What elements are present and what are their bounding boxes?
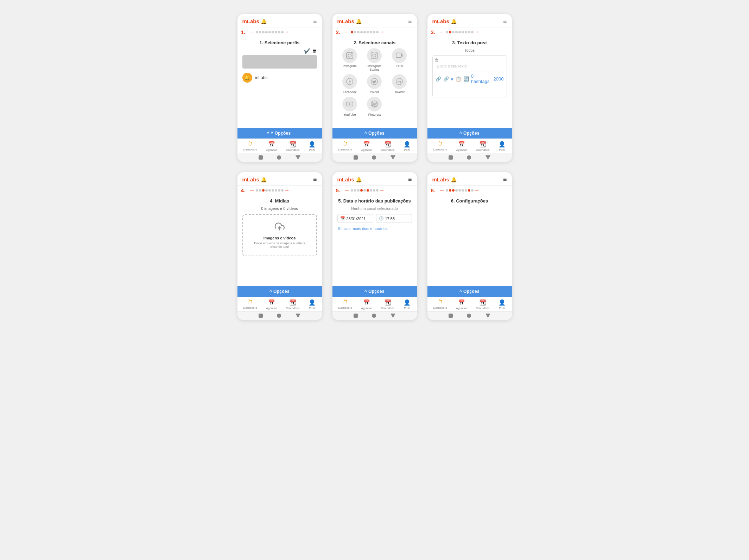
next-arrow-2[interactable]: →: [379, 29, 385, 35]
post-text-area[interactable]: 🗑 Digite o seu texto 🔗 🔗 # 📋 🔄 0 hashtag…: [432, 55, 507, 97]
nav-perfil-5[interactable]: 👤 Perfil: [404, 299, 411, 310]
square-btn-4[interactable]: [259, 314, 263, 318]
dot-2-4: [363, 31, 366, 33]
back-arrow-3[interactable]: ←: [439, 29, 445, 35]
add-more-dates[interactable]: ⊕ Incluir mais dias e horários: [337, 226, 412, 231]
channel-instagram[interactable]: Instagram: [339, 48, 361, 71]
nav-agendar-4[interactable]: 📅 Agendar: [266, 299, 277, 310]
svg-point-4: [373, 54, 376, 57]
nav-agendar-5[interactable]: 📅 Agendar: [361, 299, 372, 310]
circle-btn-2[interactable]: [372, 155, 376, 160]
back-arrow-4[interactable]: ←: [249, 187, 255, 193]
back-arrow-1[interactable]: ←: [249, 29, 255, 35]
back-btn-6[interactable]: [485, 314, 490, 318]
media-stats: 0 imagens e 0 vídeos: [242, 206, 317, 211]
instagram-stories-icon: [367, 48, 382, 63]
square-btn-1[interactable]: [259, 155, 263, 160]
options-bar-3[interactable]: ^ Opções: [427, 128, 512, 139]
options-bar-5[interactable]: ^ Opções: [332, 286, 417, 297]
menu-icon-2[interactable]: ≡: [408, 18, 412, 25]
channel-linkedin[interactable]: LinkedIn: [388, 74, 411, 94]
chain-icon[interactable]: 🔗: [443, 76, 449, 82]
back-btn-1[interactable]: [296, 155, 300, 160]
menu-icon-4[interactable]: ≡: [313, 176, 317, 183]
back-btn-5[interactable]: [391, 314, 395, 318]
nav-dashboard-4[interactable]: ⏱ Dashboard: [243, 299, 257, 310]
next-arrow-6[interactable]: →: [474, 187, 480, 193]
nav-agendar-2[interactable]: 📅 Agendar: [361, 141, 372, 152]
back-btn-3[interactable]: [485, 155, 490, 160]
profile-item-1[interactable]: 🔔 mLabs: [242, 71, 317, 84]
options-bar-6[interactable]: ^ Opções: [427, 286, 512, 297]
back-arrow-5[interactable]: ←: [344, 187, 350, 193]
nav-calendario-2[interactable]: 📆 Calendário: [381, 141, 395, 152]
menu-icon-3[interactable]: ≡: [503, 18, 507, 25]
nav-agendar-3[interactable]: 📅 Agendar: [456, 141, 467, 152]
bottom-nav-5: ⏱ Dashboard 📅 Agendar 📆 Calendário 👤 Per…: [332, 297, 417, 311]
square-btn-5[interactable]: [354, 314, 358, 318]
menu-icon-1[interactable]: ≡: [313, 18, 317, 25]
nav-dashboard-1[interactable]: ⏱ Dashboard: [243, 141, 257, 152]
square-btn-3[interactable]: [449, 155, 453, 160]
channel-youtube[interactable]: YouTube: [339, 97, 361, 116]
channel-pinterest[interactable]: Pinterest: [363, 97, 386, 116]
trash-icon-text[interactable]: 🗑: [435, 58, 439, 63]
upload-zone[interactable]: Imagens e vídeos Envie arquivos de image…: [242, 214, 317, 256]
next-arrow-3[interactable]: →: [474, 29, 480, 35]
square-btn-2[interactable]: [354, 155, 358, 160]
back-btn-2[interactable]: [391, 155, 395, 160]
nav-dashboard-5[interactable]: ⏱ Dashboard: [338, 299, 352, 310]
nav-calendario-6[interactable]: 📆 Calendário: [476, 299, 490, 310]
options-bar-1[interactable]: ^^ Opções: [237, 128, 322, 139]
nav-calendario-4[interactable]: 📆 Calendário: [286, 299, 300, 310]
nav-dashboard-6[interactable]: ⏱ Dashboard: [433, 299, 447, 310]
back-arrow-6[interactable]: ←: [439, 187, 445, 193]
link-icon[interactable]: 🔗: [436, 76, 441, 82]
nav-perfil-4[interactable]: 👤 Perfil: [309, 299, 316, 310]
profile-avatar-1: 🔔: [242, 73, 252, 83]
circle-btn-6[interactable]: [467, 314, 471, 318]
time-input[interactable]: 🕐 17:55: [376, 214, 412, 223]
nav-dashboard-3[interactable]: ⏱ Dashboard: [433, 141, 447, 152]
nav-calendario-1[interactable]: 📆 Calendário: [286, 141, 300, 152]
next-arrow-4[interactable]: →: [284, 187, 290, 193]
nav-perfil-2[interactable]: 👤 Perfil: [404, 141, 411, 152]
dot-5-5: [367, 189, 369, 192]
hashtag-icon[interactable]: #: [451, 76, 453, 82]
nav-perfil-1[interactable]: 👤 Perfil: [309, 141, 316, 152]
nav-perfil-3[interactable]: 👤 Perfil: [499, 141, 506, 152]
calendario-icon-4: 📆: [289, 299, 296, 306]
square-btn-6[interactable]: [449, 314, 453, 318]
circle-btn-1[interactable]: [277, 155, 281, 160]
date-input[interactable]: 📅 28/01/2021: [337, 214, 373, 223]
nav-calendario-3[interactable]: 📆 Calendário: [476, 141, 490, 152]
menu-icon-5[interactable]: ≡: [408, 176, 412, 183]
channel-igtv[interactable]: IGTV: [388, 48, 411, 71]
checkmark-icon[interactable]: ✔️: [304, 48, 310, 54]
screen-2: mLabs 🔔 ≡ 2. ← → 2. Selecione canais: [332, 14, 417, 162]
next-arrow-1[interactable]: →: [284, 29, 290, 35]
back-arrow-2[interactable]: ←: [344, 29, 350, 35]
nav-dashboard-2[interactable]: ⏱ Dashboard: [338, 141, 352, 152]
channel-facebook[interactable]: Facebook: [339, 74, 361, 94]
channel-twitter[interactable]: Twitter: [363, 74, 386, 94]
refresh-icon[interactable]: 🔄: [463, 76, 469, 82]
circle-btn-4[interactable]: [277, 314, 281, 318]
nav-agendar-1[interactable]: 📅 Agendar: [266, 141, 277, 152]
menu-icon-6[interactable]: ≡: [503, 176, 507, 183]
back-btn-4[interactable]: [296, 314, 300, 318]
copy-icon[interactable]: 📋: [456, 76, 461, 82]
nav-perfil-6[interactable]: 👤 Perfil: [499, 299, 506, 310]
trash-icon-action[interactable]: 🗑: [312, 48, 317, 54]
options-bar-4[interactable]: ^ Opções: [237, 286, 322, 297]
circle-btn-3[interactable]: [467, 155, 471, 160]
channel-instagram-stories[interactable]: Instagram Stories: [363, 48, 386, 71]
nav-agendar-6[interactable]: 📅 Agendar: [456, 299, 467, 310]
next-arrow-5[interactable]: →: [379, 187, 385, 193]
linkedin-label: LinkedIn: [393, 90, 405, 94]
nav-calendario-5[interactable]: 📆 Calendário: [381, 299, 395, 310]
options-bar-2[interactable]: ^ Opções: [332, 128, 417, 139]
step-title-1: 1. Selecione perfis: [242, 40, 317, 45]
step-number-1: 1.: [241, 29, 248, 35]
circle-btn-5[interactable]: [372, 314, 376, 318]
